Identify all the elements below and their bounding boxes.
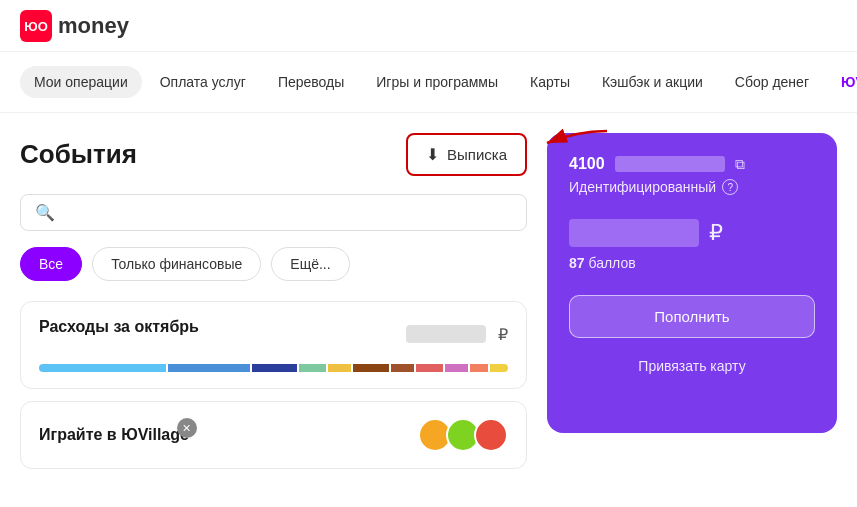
expense-color-bar bbox=[39, 364, 508, 372]
game-icon-3 bbox=[474, 418, 508, 452]
nav-item-cashback[interactable]: Кэшбэк и акции bbox=[588, 66, 717, 98]
logo-text: money bbox=[58, 13, 129, 39]
bar-segment-6 bbox=[353, 364, 389, 372]
filter-financial[interactable]: Только финансовые bbox=[92, 247, 261, 281]
game-card-inner: Играйте в ЮVillage ✕ bbox=[39, 426, 189, 444]
logo-icon: ЮО bbox=[20, 10, 52, 42]
bar-segment-8 bbox=[416, 364, 443, 372]
main-content: События ⬇ Выписка 🔍 bbox=[0, 113, 857, 481]
bar-segment-4 bbox=[299, 364, 326, 372]
nav-item-cards[interactable]: Карты bbox=[516, 66, 584, 98]
expenses-card-header: Расходы за октябрь ₽ bbox=[39, 318, 508, 350]
filter-all[interactable]: Все bbox=[20, 247, 82, 281]
points-text: 87 баллов bbox=[569, 255, 815, 271]
balance-placeholder bbox=[569, 219, 699, 247]
game-icons bbox=[418, 418, 508, 452]
bar-segment-10 bbox=[470, 364, 488, 372]
game-title: Играйте в ЮVillage bbox=[39, 426, 189, 443]
vypiска-label: Выписка bbox=[447, 146, 507, 163]
topup-button[interactable]: Пополнить bbox=[569, 295, 815, 338]
filter-row: Все Только финансовые Ещё... bbox=[20, 247, 527, 281]
svg-text:ЮО: ЮО bbox=[24, 19, 48, 34]
nav-item-games[interactable]: Игры и программы bbox=[362, 66, 512, 98]
section-title: События bbox=[20, 139, 137, 170]
copy-icon[interactable]: ⧉ bbox=[735, 156, 745, 173]
bar-segment-7 bbox=[391, 364, 414, 372]
nav-item-my-operations[interactable]: Мои операции bbox=[20, 66, 142, 98]
status-label: Идентифицированный bbox=[569, 179, 716, 195]
nav-item-transfers[interactable]: Переводы bbox=[264, 66, 358, 98]
bar-segment-3 bbox=[252, 364, 297, 372]
bar-segment-9 bbox=[445, 364, 468, 372]
left-header: События ⬇ Выписка bbox=[20, 133, 527, 176]
status-row: Идентифицированный ? bbox=[569, 179, 815, 195]
link-card-button[interactable]: Привязать карту bbox=[569, 350, 815, 382]
filter-more[interactable]: Ещё... bbox=[271, 247, 349, 281]
points-count: 87 bbox=[569, 255, 585, 271]
bar-segment-5 bbox=[328, 364, 351, 372]
balance-row: ₽ bbox=[569, 219, 815, 247]
expenses-title: Расходы за октябрь bbox=[39, 318, 199, 336]
left-panel: События ⬇ Выписка 🔍 bbox=[20, 133, 527, 481]
expenses-card: Расходы за октябрь ₽ bbox=[20, 301, 527, 389]
right-panel: 4100 ⧉ Идентифицированный ? ₽ 87 баллов … bbox=[547, 133, 837, 481]
account-number-placeholder bbox=[615, 156, 725, 172]
nav-item-yuvillage[interactable]: ЮVillage bbox=[827, 66, 857, 98]
download-icon: ⬇ bbox=[426, 145, 439, 164]
logo: ЮО money bbox=[20, 10, 129, 42]
bar-segment-2 bbox=[168, 364, 250, 372]
amount-row: ₽ bbox=[406, 325, 508, 344]
header: ЮО money bbox=[0, 0, 857, 52]
points-label: баллов bbox=[588, 255, 635, 271]
info-icon[interactable]: ? bbox=[722, 179, 738, 195]
account-card: 4100 ⧉ Идентифицированный ? ₽ 87 баллов … bbox=[547, 133, 837, 433]
bar-segment-1 bbox=[39, 364, 166, 372]
main-nav: Мои операции Оплата услуг Переводы Игры … bbox=[0, 52, 857, 113]
rub-symbol: ₽ bbox=[498, 325, 508, 344]
vypiска-button[interactable]: ⬇ Выписка bbox=[406, 133, 527, 176]
game-card: Играйте в ЮVillage ✕ bbox=[20, 401, 527, 469]
search-icon: 🔍 bbox=[35, 203, 55, 222]
game-card-close[interactable]: ✕ bbox=[177, 418, 197, 438]
arrow-container: ⬇ Выписка bbox=[406, 133, 527, 176]
amount-placeholder bbox=[406, 325, 486, 343]
nav-item-services[interactable]: Оплата услуг bbox=[146, 66, 260, 98]
annotation-arrow bbox=[537, 123, 617, 163]
search-input[interactable] bbox=[63, 205, 512, 221]
nav-item-collect[interactable]: Сбор денег bbox=[721, 66, 823, 98]
search-box[interactable]: 🔍 bbox=[20, 194, 527, 231]
rub-icon: ₽ bbox=[709, 220, 723, 246]
bar-segment-11 bbox=[490, 364, 508, 372]
